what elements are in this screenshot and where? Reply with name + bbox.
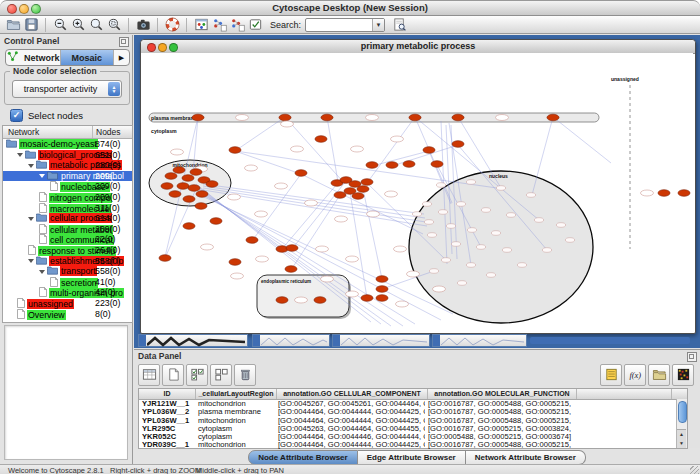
tree-row-macromolecule[interactable]: macromolecule311(0): [3, 203, 132, 214]
network-node[interactable]: [386, 162, 398, 169]
network-node[interactable]: [183, 196, 195, 203]
network-node-label[interactable]: [438, 210, 447, 215]
vizmapper-button[interactable]: [192, 16, 210, 33]
network-node[interactable]: [547, 114, 559, 121]
tree-row-primary-metabol[interactable]: primary metabol209(...: [3, 171, 132, 182]
tree-row-metabolic-process[interactable]: metabolic process280(0): [3, 160, 132, 171]
network-node[interactable]: [376, 286, 388, 293]
network-node-label[interactable]: [335, 216, 348, 222]
network-node-label[interactable]: [427, 233, 436, 238]
float-panel-icon[interactable]: [687, 352, 697, 362]
network-node[interactable]: [361, 179, 373, 186]
tree-row-multi-organism-pro[interactable]: multi-organism pro42(0): [3, 287, 132, 298]
network-node-label[interactable]: [467, 228, 476, 233]
table-row[interactable]: YPL036W__2plasma membrane[GO:0044464, GO…: [139, 408, 687, 416]
open-button[interactable]: [4, 16, 22, 33]
network-node-label[interactable]: [446, 224, 455, 229]
network-node-label[interactable]: [422, 202, 431, 207]
network-node-label[interactable]: [466, 180, 475, 185]
network-node[interactable]: [229, 259, 241, 266]
expand-triangle-icon[interactable]: [28, 259, 34, 263]
expand-triangle-icon[interactable]: [28, 217, 34, 221]
delete-attribute-button[interactable]: [234, 364, 256, 386]
help-button[interactable]: [163, 16, 181, 33]
network-node-label[interactable]: [245, 165, 258, 171]
network-node-label[interactable]: [481, 208, 490, 213]
network-node[interactable]: [314, 297, 326, 304]
network-node[interactable]: [361, 295, 373, 302]
network-node[interactable]: [376, 295, 388, 302]
network-node[interactable]: [177, 183, 189, 190]
network-node-label[interactable]: [255, 211, 268, 217]
expand-triangle-icon[interactable]: [39, 174, 45, 178]
network-node-label[interactable]: [321, 276, 334, 282]
network-node-label[interactable]: [366, 115, 379, 121]
column-header-_cellularLayoutRegion[interactable]: _cellularLayoutRegion: [196, 389, 277, 399]
network-node-label[interactable]: [346, 256, 359, 262]
tab-network-attribute-browser[interactable]: Network Attribute Browser: [466, 450, 586, 465]
network-node[interactable]: [423, 147, 435, 154]
column-header-ID[interactable]: ID: [139, 389, 196, 399]
network-node-label[interactable]: [316, 246, 329, 252]
network-node-label[interactable]: [451, 242, 460, 247]
network-node[interactable]: [321, 114, 333, 121]
save-button[interactable]: [22, 16, 40, 33]
tab-edge-attribute-browser[interactable]: Edge Attribute Browser: [358, 450, 466, 465]
minimized-window-thumb[interactable]: [138, 334, 248, 347]
network-node[interactable]: [196, 191, 208, 198]
network-node-label[interactable]: [281, 121, 294, 127]
import-attributes-file-button[interactable]: [648, 364, 670, 386]
network-node-label[interactable]: [556, 223, 565, 228]
enhanced-search-button[interactable]: [390, 16, 408, 33]
column-header-empty[interactable]: [577, 389, 672, 399]
network-window-titlebar[interactable]: primary metabolic process: [141, 40, 695, 54]
resize-grip[interactable]: [690, 466, 699, 474]
network-node-label[interactable]: [295, 297, 308, 303]
network-node[interactable]: [452, 114, 464, 121]
network-node[interactable]: [452, 141, 464, 148]
network-node-label[interactable]: [496, 186, 505, 191]
network-node[interactable]: [658, 190, 670, 197]
network-node-label[interactable]: [171, 149, 184, 155]
tab-network[interactable]: Network: [6, 50, 61, 65]
table-scrollbar[interactable]: ▲▼: [676, 399, 687, 448]
network-node-label[interactable]: [466, 263, 475, 268]
network-node-label[interactable]: [433, 286, 446, 292]
network-node-label[interactable]: [228, 194, 241, 200]
zoom-selected-button[interactable]: [105, 16, 123, 33]
zoom-out-button[interactable]: [51, 16, 69, 33]
minimized-window-thumb[interactable]: [432, 334, 527, 347]
network-node-label[interactable]: [526, 193, 535, 198]
network-node-label[interactable]: [424, 220, 433, 225]
search-dropdown-arrow-icon[interactable]: ▼: [372, 19, 384, 31]
table-row[interactable]: YJR121W__1mitochondrion[GO:0045267, GO:0…: [139, 400, 687, 408]
node-color-dropdown[interactable]: transporter activity ▲▼: [12, 80, 122, 98]
column-header-annotation.GO CELLULAR_COMPONENT[interactable]: annotation.GO CELLULAR_COMPONENT: [277, 389, 428, 399]
network-node[interactable]: [182, 175, 194, 182]
network-node[interactable]: [403, 161, 415, 168]
network-node[interactable]: [229, 147, 241, 154]
network-node-label[interactable]: [457, 281, 466, 286]
network-node[interactable]: [159, 255, 171, 262]
network-node-label[interactable]: [412, 212, 421, 217]
network-node[interactable]: [285, 266, 297, 273]
network-node[interactable]: [246, 237, 258, 244]
tree-row-nitrogen-compo[interactable]: nitrogen compo209(0): [3, 192, 132, 203]
matrix-button[interactable]: [672, 364, 694, 386]
tab-node-attribute-browser[interactable]: Node Attribute Browser: [248, 450, 358, 465]
network-node[interactable]: [192, 114, 204, 121]
network-node[interactable]: [286, 245, 298, 252]
expand-triangle-icon[interactable]: [17, 153, 23, 157]
zoom-in-button[interactable]: [69, 16, 87, 33]
network-node-label[interactable]: [385, 191, 398, 197]
network-node-label[interactable]: [236, 115, 249, 121]
network-node[interactable]: [366, 162, 378, 169]
table-row[interactable]: YLR295Ccytoplasm[GO:0045263, GO:0044464,…: [139, 425, 687, 433]
network-node-label[interactable]: [486, 273, 495, 278]
network-node-label[interactable]: [351, 146, 364, 152]
tab-mosaic[interactable]: Mosaic: [61, 50, 114, 65]
network-node[interactable]: [315, 136, 327, 143]
select-all-attributes-button[interactable]: [186, 364, 208, 386]
network-node-label[interactable]: [407, 271, 420, 277]
birds-eye-view[interactable]: [4, 325, 128, 460]
